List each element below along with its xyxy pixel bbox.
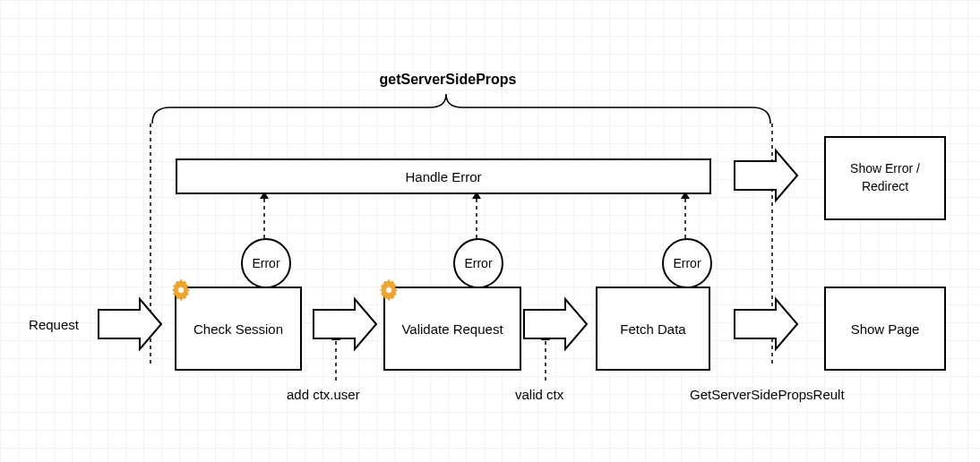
error-circle-1: Error — [241, 238, 291, 288]
annotation-add-ctx-user: add ctx.user — [287, 387, 360, 402]
svg-marker-11 — [541, 333, 550, 340]
error-label-1: Error — [252, 256, 279, 270]
annotation-valid-ctx: valid ctx — [515, 387, 563, 402]
check-session-label: Check Session — [193, 321, 283, 337]
svg-marker-9 — [331, 333, 340, 340]
show-page-box: Show Page — [824, 287, 946, 371]
svg-point-13 — [385, 287, 391, 293]
handle-error-label: Handle Error — [405, 169, 481, 184]
show-error-label: Show Error / Redirect — [826, 160, 944, 195]
gear-icon — [376, 278, 401, 303]
error-circle-3: Error — [662, 238, 712, 288]
gear-icon — [168, 278, 193, 303]
validate-request-label: Validate Request — [401, 321, 503, 337]
error-label-2: Error — [464, 256, 492, 270]
show-page-label: Show Page — [851, 321, 920, 337]
handle-error-box: Handle Error — [176, 158, 711, 194]
diagram-title: getServerSideProps — [358, 72, 537, 88]
svg-point-12 — [177, 287, 184, 293]
fetch-data-box: Fetch Data — [596, 287, 710, 371]
show-error-box: Show Error / Redirect — [824, 136, 946, 220]
request-label: Request — [18, 317, 90, 332]
check-session-box: Check Session — [175, 287, 302, 371]
annotation-result: GetServerSidePropsReult — [690, 387, 845, 402]
error-circle-2: Error — [453, 238, 503, 288]
error-label-3: Error — [673, 256, 701, 270]
validate-request-box: Validate Request — [383, 287, 521, 371]
fetch-data-label: Fetch Data — [620, 321, 685, 337]
